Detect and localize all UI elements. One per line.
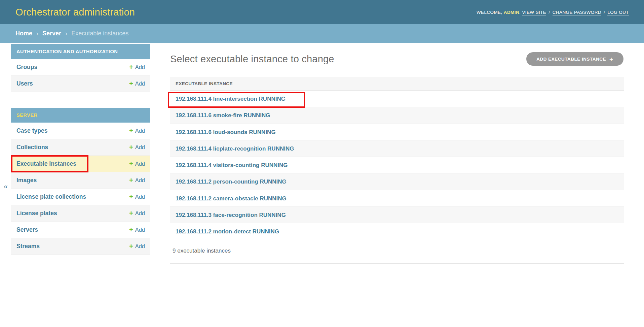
sidebar-item-collections[interactable]: Collections [16, 139, 48, 155]
sidebar-item-license-plate-collections[interactable]: License plate collections [16, 189, 86, 205]
sidebar-item-case-types[interactable]: Case types [16, 123, 47, 139]
add-label: Add [135, 189, 145, 205]
sidebar-row-case-types: Case types + Add [11, 123, 150, 139]
instance-link[interactable]: 192.168.111.2 camera-obstacle RUNNING [176, 195, 287, 202]
table-row: 192.168.111.2 camera-obstacle RUNNING [170, 190, 624, 207]
add-button-label: ADD EXECUTABLE INSTANCE [536, 57, 606, 62]
breadcrumb: Home › Server › Executable instances [0, 24, 644, 43]
result-count: 9 executable instances [170, 240, 624, 264]
table-row: 192.168.111.3 face-recognition RUNNING [170, 207, 624, 223]
view-site-link[interactable]: VIEW SITE [522, 10, 546, 16]
plus-icon: + [129, 127, 133, 134]
table-row: 192.168.111.4 line-intersection RUNNING [170, 91, 624, 107]
sidebar-row-servers: Servers + Add [11, 222, 150, 238]
sidebar-row-streams: Streams + Add [11, 238, 150, 255]
add-streams-link[interactable]: + Add [129, 238, 145, 254]
site-title[interactable]: Orchestrator administration [15, 7, 135, 18]
sidebar-row-license-plate-collections: License plate collections + Add [11, 189, 150, 205]
instance-link[interactable]: 192.168.111.2 motion-detect RUNNING [176, 228, 279, 235]
breadcrumb-separator: › [34, 30, 41, 37]
column-header-executable-instance[interactable]: EXECUTABLE INSTANCE [170, 77, 624, 91]
sidebar-item-servers[interactable]: Servers [16, 222, 38, 238]
sidebar-item-executable-instances[interactable]: Executable instances [16, 156, 76, 172]
add-license-plates-link[interactable]: + Add [129, 205, 145, 221]
add-label: Add [135, 75, 145, 92]
sidebar-item-license-plates[interactable]: License plates [16, 205, 57, 221]
plus-icon: + [609, 56, 613, 62]
add-case-types-link[interactable]: + Add [129, 123, 145, 139]
sidebar-item-groups[interactable]: Groups [16, 59, 37, 75]
sidebar-row-executable-instances: Executable instances + Add [11, 156, 150, 172]
add-label: Add [135, 123, 145, 139]
changelist-table: EXECUTABLE INSTANCE 192.168.111.4 line-i… [170, 77, 624, 264]
instance-link[interactable]: 192.168.111.4 licplate-recognition RUNNI… [176, 145, 294, 152]
add-label: Add [135, 222, 145, 238]
log-out-link[interactable]: LOG OUT [607, 10, 629, 16]
tools-separator: / [547, 10, 551, 15]
change-password-link[interactable]: CHANGE PASSWORD [553, 10, 601, 16]
plus-icon: + [129, 226, 133, 233]
add-executable-instances-link[interactable]: + Add [129, 156, 145, 172]
plus-icon: + [129, 64, 133, 70]
instance-link[interactable]: 192.168.111.4 line-intersection RUNNING [176, 96, 286, 102]
user-tools: WELCOME, ADMIN. VIEW SITE / CHANGE PASSW… [477, 10, 629, 15]
app-window: Orchestrator administration WELCOME, ADM… [0, 0, 644, 327]
table-row: 192.168.111.4 visitors-counting RUNNING [170, 157, 624, 173]
table-row: 192.168.111.2 motion-detect RUNNING [170, 223, 624, 240]
add-users-link[interactable]: + Add [129, 75, 145, 92]
breadcrumb-home[interactable]: Home [15, 30, 32, 37]
table-row: 192.168.111.4 licplate-recognition RUNNI… [170, 140, 624, 157]
add-servers-link[interactable]: + Add [129, 222, 145, 238]
breadcrumb-current: Executable instances [71, 30, 128, 37]
add-label: Add [135, 205, 145, 221]
add-label: Add [135, 172, 145, 188]
plus-icon: + [129, 80, 133, 87]
sidebar-row-images: Images + Add [11, 172, 150, 189]
instance-link[interactable]: 192.168.111.4 visitors-counting RUNNING [176, 162, 288, 168]
breadcrumb-separator: › [63, 30, 70, 37]
plus-icon: + [129, 243, 133, 250]
sidebar-row-users: Users + Add [11, 75, 150, 92]
tools-separator: / [603, 10, 606, 15]
page-title: Select executable instance to change [170, 54, 334, 65]
instance-link[interactable]: 192.168.111.6 smoke-fire RUNNING [176, 112, 270, 119]
table-row: 192.168.111.6 smoke-fire RUNNING [170, 107, 624, 124]
add-executable-instance-button[interactable]: ADD EXECUTABLE INSTANCE + [526, 52, 623, 66]
add-license-plate-collections-link[interactable]: + Add [129, 189, 145, 205]
table-row: 192.168.111.6 loud-sounds RUNNING [170, 124, 624, 140]
sidebar-collapse-icon[interactable]: « [1, 181, 10, 191]
sidebar-item-images[interactable]: Images [16, 172, 37, 188]
add-groups-link[interactable]: + Add [129, 59, 145, 75]
nav-sidebar: AUTHENTICATION AND AUTHORIZATION Groups … [11, 44, 150, 327]
add-label: Add [135, 238, 145, 254]
sidebar-item-streams[interactable]: Streams [16, 238, 40, 254]
section-server-header[interactable]: SERVER [11, 108, 150, 123]
instance-link[interactable]: 192.168.111.3 face-recognition RUNNING [176, 212, 286, 218]
plus-icon: + [129, 160, 133, 167]
add-images-link[interactable]: + Add [129, 172, 145, 188]
username: ADMIN [504, 10, 519, 15]
sidebar-row-license-plates: License plates + Add [11, 205, 150, 222]
add-collections-link[interactable]: + Add [129, 139, 145, 155]
instance-link[interactable]: 192.168.111.2 person-counting RUNNING [176, 178, 287, 185]
username-period: . [519, 10, 521, 15]
section-auth-header[interactable]: AUTHENTICATION AND AUTHORIZATION [11, 44, 150, 59]
add-label: Add [135, 156, 145, 172]
plus-icon: + [129, 210, 133, 217]
plus-icon: + [129, 144, 133, 151]
sidebar-row-groups: Groups + Add [11, 59, 150, 75]
plus-icon: + [129, 193, 133, 200]
welcome-label: WELCOME, [477, 10, 502, 15]
sidebar-row-collections: Collections + Add [11, 139, 150, 156]
sidebar-item-users[interactable]: Users [16, 75, 33, 92]
table-row: 192.168.111.2 person-counting RUNNING [170, 173, 624, 190]
header-bar: Orchestrator administration WELCOME, ADM… [0, 0, 644, 24]
sidebar-spacer [11, 92, 150, 108]
plus-icon: + [129, 177, 133, 184]
add-label: Add [135, 139, 145, 155]
add-label: Add [135, 59, 145, 75]
breadcrumb-server[interactable]: Server [42, 30, 61, 37]
instance-link[interactable]: 192.168.111.6 loud-sounds RUNNING [176, 129, 276, 135]
